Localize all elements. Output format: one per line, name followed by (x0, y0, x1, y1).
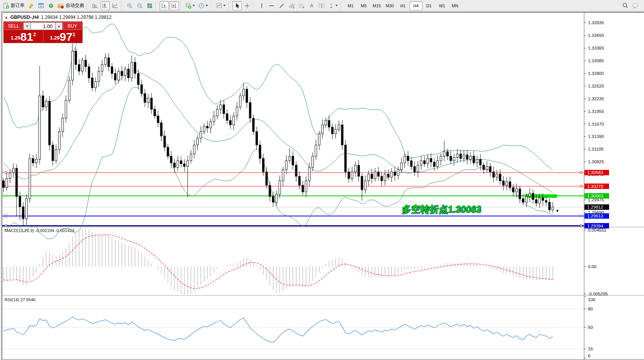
signal-button[interactable] (46, 1, 56, 10)
timeframe-m5-button[interactable]: M5 (357, 1, 370, 10)
chart-shift-button[interactable] (170, 1, 179, 10)
chart-canvas[interactable]: 1.339351.336501.333651.330851.328001.325… (2, 12, 644, 360)
candlestick (246, 89, 248, 103)
candlestick (466, 155, 468, 159)
timeframe-m15-button[interactable]: M15 (370, 1, 383, 10)
clock-icon (198, 3, 205, 9)
shapes-button[interactable]: ▼ (327, 1, 339, 10)
chevron-down-icon: ▼ (335, 4, 338, 7)
chevron-down-icon: ▼ (205, 4, 208, 7)
zoom-out-button[interactable] (135, 1, 144, 10)
periods-button[interactable]: ▼ (197, 1, 210, 10)
cursor-button[interactable] (233, 1, 242, 10)
highlighter-button[interactable] (26, 1, 36, 10)
timeframe-h1-button[interactable]: H1 (396, 1, 410, 10)
candlestick (463, 155, 465, 158)
candlestick (440, 156, 442, 161)
candlestick (318, 134, 320, 145)
candlestick (101, 65, 103, 71)
market-window-button[interactable] (36, 1, 46, 10)
indicators-button[interactable]: ▼ (215, 1, 227, 10)
candlestick (348, 172, 350, 178)
timeframe-h4-button[interactable]: H4 (410, 1, 423, 10)
candlestick (391, 172, 393, 177)
volume-decrease-button[interactable]: ▼ (23, 22, 31, 30)
rsi-axis-label: 50 (588, 325, 593, 330)
autotrading-button[interactable]: 自动交易 (56, 1, 85, 10)
sell-button[interactable]: SELL (4, 22, 23, 30)
annotation-text[interactable]: 多空转折点1.30063 (402, 203, 481, 216)
line-chart-button[interactable] (111, 1, 120, 10)
trendline-button[interactable] (277, 1, 286, 10)
candlestick (200, 131, 202, 138)
line-anchor (5, 215, 7, 217)
vertical-line-button[interactable] (257, 1, 266, 10)
new-chart-button[interactable]: ▼ (184, 1, 197, 10)
candlestick (407, 156, 409, 161)
candlestick (423, 161, 425, 164)
symbol-period-label: GBPUSD-,H4 (10, 15, 39, 20)
chart-window: 1.339351.336501.333651.330851.328001.325… (2, 12, 644, 360)
candlestick (144, 94, 146, 103)
autoscroll-button[interactable] (160, 1, 169, 10)
tile-windows-button[interactable] (145, 1, 154, 10)
volume-input[interactable] (31, 22, 55, 30)
candlestick (187, 161, 188, 166)
search-button[interactable] (621, 1, 630, 10)
candlestick (19, 196, 21, 207)
candlestick (12, 168, 14, 173)
candlestick (453, 158, 455, 161)
line-chart-icon (112, 3, 118, 9)
candlestick (154, 109, 156, 116)
label-button[interactable]: T (317, 1, 326, 10)
new-order-button[interactable]: 新订单 (2, 1, 26, 10)
candlestick (91, 78, 93, 88)
price-tick-label: 1.31105 (588, 147, 604, 151)
crosshair-icon (244, 3, 250, 9)
timeframe-m30-button[interactable]: M30 (383, 1, 396, 10)
candlestick (302, 185, 304, 192)
candlestick (492, 172, 494, 177)
candlestick (22, 207, 24, 219)
fibonacci-button[interactable]: F (297, 1, 306, 10)
highlighter-icon (28, 3, 34, 9)
chat-button[interactable] (631, 1, 641, 10)
volume-increase-button[interactable]: ▲ (55, 22, 63, 30)
rsi-label: RSI(14) 27.5546 (5, 297, 36, 302)
candlestick (506, 182, 508, 185)
text-button[interactable]: A (307, 1, 316, 10)
candlestick (410, 161, 412, 166)
candlestick (286, 161, 287, 169)
collapse-arrow-icon[interactable]: ▲ (5, 15, 8, 19)
candlestick (197, 138, 198, 145)
crosshair-button[interactable] (243, 1, 252, 10)
rsi-axis-label: 0 (588, 353, 590, 358)
timeframe-mn-button[interactable]: MN (449, 1, 462, 10)
candlestick (328, 120, 330, 127)
candlestick (325, 120, 327, 125)
candlestick (460, 154, 462, 159)
timeframe-m1-button[interactable]: M1 (344, 1, 357, 10)
label-icon: T (319, 3, 325, 9)
candlestick (417, 165, 419, 172)
chart-shift-icon (171, 3, 177, 9)
timeframe-w1-button[interactable]: W1 (436, 1, 449, 10)
candlestick (85, 60, 87, 66)
horizontal-line-button[interactable] (267, 1, 276, 10)
candlestick (282, 169, 284, 181)
candlestick-chart-button[interactable] (101, 1, 110, 10)
buy-price[interactable]: 1.29 97 1 (43, 30, 83, 43)
candlestick (446, 152, 448, 156)
svg-text:T: T (320, 4, 323, 8)
equidistant-channel-button[interactable]: E (287, 1, 296, 10)
buy-button[interactable]: BUY (63, 22, 82, 30)
candlestick (361, 176, 363, 190)
candlestick (213, 116, 215, 122)
candlestick (469, 156, 471, 159)
sell-price[interactable]: 1.29 81 2 (4, 30, 43, 43)
zoom-in-button[interactable] (125, 1, 134, 10)
candlestick (519, 189, 521, 199)
bar-chart-button[interactable] (91, 1, 100, 10)
timeframe-d1-button[interactable]: D1 (423, 1, 436, 10)
candlestick (272, 196, 274, 202)
